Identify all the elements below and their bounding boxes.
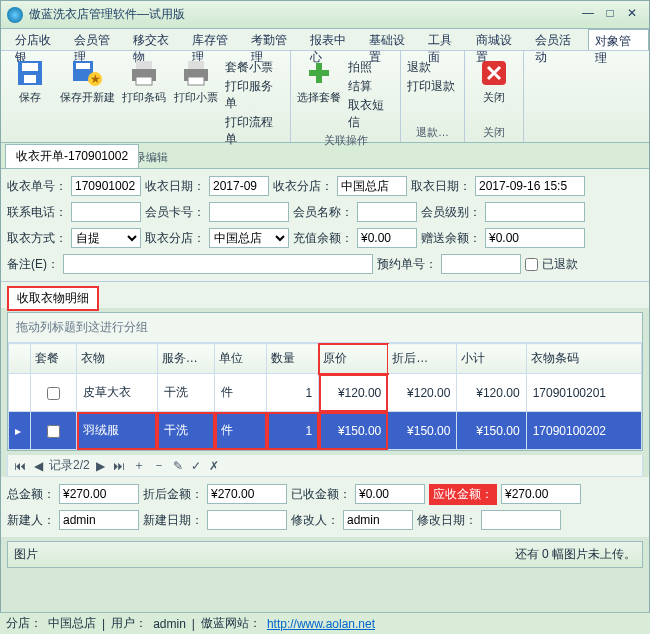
pager-add-button[interactable]: ＋ bbox=[131, 457, 147, 474]
menu-tab-9[interactable]: 会员活动 bbox=[529, 29, 588, 50]
row-pkg-checkbox[interactable] bbox=[47, 387, 60, 400]
print-barcode-button[interactable]: 打印条码 bbox=[122, 55, 167, 104]
table-row[interactable]: ▸ 羽绒服 干洗 件 1 ¥150.00 ¥150.00 ¥150.00 170… bbox=[9, 412, 642, 450]
menu-tab-3[interactable]: 库存管理 bbox=[186, 29, 245, 50]
print-ticket-button[interactable]: 打印小票 bbox=[173, 55, 218, 104]
grid-col-1[interactable]: 衣物 bbox=[77, 344, 158, 374]
disc-total-input[interactable] bbox=[207, 484, 287, 504]
close-window-button[interactable]: ✕ bbox=[621, 6, 643, 24]
detail-tab[interactable]: 收取衣物明细 bbox=[7, 286, 99, 311]
gift-balance-input[interactable] bbox=[485, 228, 585, 248]
member-name-input[interactable] bbox=[357, 202, 417, 222]
detail-grid: 拖动列标题到这进行分组 套餐衣物服务…单位数量原价折后…小计衣物条码 皮草大衣 … bbox=[7, 312, 643, 451]
card-no-label: 会员卡号： bbox=[145, 204, 205, 221]
svg-rect-8 bbox=[136, 61, 152, 69]
pick-date-input[interactable] bbox=[475, 176, 585, 196]
row-pkg-checkbox[interactable] bbox=[47, 425, 60, 438]
assoc-ops-links[interactable]: 拍照 结算 取衣短信 bbox=[348, 55, 394, 131]
pager-next-button[interactable]: ▶ bbox=[94, 459, 107, 473]
refunded-label: 已退款 bbox=[542, 256, 578, 273]
main-menu: 分店收银会员管理移交衣物库存管理考勤管理报表中心基础设置工具面商城设置会员活动对… bbox=[1, 29, 649, 51]
member-name-label: 会员名称： bbox=[293, 204, 353, 221]
grid-col-3[interactable]: 单位 bbox=[215, 344, 267, 374]
menu-tab-10[interactable]: 对象管理 bbox=[588, 29, 649, 50]
creator-input[interactable] bbox=[59, 510, 139, 530]
balance-label: 充值余额： bbox=[293, 230, 353, 247]
card-no-input[interactable] bbox=[209, 202, 289, 222]
grid-col-2[interactable]: 服务… bbox=[157, 344, 215, 374]
grid-header-row: 套餐衣物服务…单位数量原价折后…小计衣物条码 bbox=[9, 344, 642, 374]
grid-col-8[interactable]: 衣物条码 bbox=[526, 344, 641, 374]
save-icon bbox=[14, 57, 46, 89]
refunded-checkbox[interactable] bbox=[525, 258, 538, 271]
menu-tab-7[interactable]: 工具面 bbox=[422, 29, 469, 50]
pager-last-button[interactable]: ⏭ bbox=[111, 459, 127, 473]
branch-input[interactable] bbox=[337, 176, 407, 196]
branch-label: 收衣分店： bbox=[273, 178, 333, 195]
create-date-input[interactable] bbox=[207, 510, 287, 530]
refund-links[interactable]: 退款 打印退款 bbox=[407, 55, 455, 95]
save-button[interactable]: 保存 bbox=[7, 55, 52, 104]
status-bar: 分店： 中国总店 | 用户： admin | 傲蓝网站： http://www.… bbox=[0, 612, 650, 634]
order-no-input[interactable] bbox=[71, 176, 141, 196]
reserve-no-input[interactable] bbox=[441, 254, 521, 274]
phone-label: 联系电话： bbox=[7, 204, 67, 221]
grid-col-6[interactable]: 折后… bbox=[388, 344, 457, 374]
total-input[interactable] bbox=[59, 484, 139, 504]
picture-panel[interactable]: 图片 还有 0 幅图片未上传。 bbox=[7, 541, 643, 568]
pick-branch-select[interactable]: 中国总店 bbox=[209, 228, 289, 248]
svg-rect-9 bbox=[136, 77, 152, 85]
menu-tab-4[interactable]: 考勤管理 bbox=[245, 29, 304, 50]
balance-input[interactable] bbox=[357, 228, 417, 248]
close-button[interactable]: 关闭 bbox=[471, 55, 517, 104]
menu-tab-5[interactable]: 报表中心 bbox=[304, 29, 363, 50]
pager-edit-button[interactable]: ✎ bbox=[171, 459, 185, 473]
reserve-no-label: 预约单号： bbox=[377, 256, 437, 273]
due-input[interactable] bbox=[501, 484, 581, 504]
pager-text: 记录2/2 bbox=[49, 457, 90, 474]
pager-first-button[interactable]: ⏮ bbox=[12, 459, 28, 473]
grid-col-4[interactable]: 数量 bbox=[267, 344, 319, 374]
grid-col-7[interactable]: 小计 bbox=[457, 344, 526, 374]
ribbon-group-label: 关联操作 bbox=[297, 131, 394, 148]
select-package-button[interactable]: 选择套餐 bbox=[297, 55, 342, 104]
status-branch: 中国总店 bbox=[48, 615, 96, 632]
modifier-input[interactable] bbox=[343, 510, 413, 530]
pick-way-label: 取衣方式： bbox=[7, 230, 67, 247]
svg-rect-1 bbox=[22, 63, 38, 71]
menu-tab-1[interactable]: 会员管理 bbox=[68, 29, 127, 50]
minimize-button[interactable]: — bbox=[577, 6, 599, 24]
svg-rect-11 bbox=[188, 61, 204, 69]
save-and-new-button[interactable]: ★ 保存开新建 bbox=[58, 55, 115, 104]
pager-remove-button[interactable]: － bbox=[151, 457, 167, 474]
remark-input[interactable] bbox=[63, 254, 373, 274]
menu-tab-8[interactable]: 商城设置 bbox=[470, 29, 529, 50]
pager-check-button[interactable]: ✓ bbox=[189, 459, 203, 473]
status-user: admin bbox=[153, 617, 186, 631]
table-row[interactable]: 皮草大衣 干洗 件 1 ¥120.00 ¥120.00 ¥120.00 1709… bbox=[9, 374, 642, 412]
grid-col-5[interactable]: 原价 bbox=[319, 344, 388, 374]
menu-tab-0[interactable]: 分店收银 bbox=[9, 29, 68, 50]
member-level-label: 会员级别： bbox=[421, 204, 481, 221]
document-tab[interactable]: 收衣开单-170901002 bbox=[5, 144, 139, 168]
pager-prev-button[interactable]: ◀ bbox=[32, 459, 45, 473]
maximize-button[interactable]: □ bbox=[599, 6, 621, 24]
modify-date-input[interactable] bbox=[481, 510, 561, 530]
grid-col-0[interactable]: 套餐 bbox=[30, 344, 76, 374]
phone-input[interactable] bbox=[71, 202, 141, 222]
paid-input[interactable] bbox=[355, 484, 425, 504]
grid-group-hint: 拖动列标题到这进行分组 bbox=[8, 313, 642, 343]
menu-tab-2[interactable]: 移交衣物 bbox=[127, 29, 186, 50]
print-extra-links[interactable]: 套餐小票 打印服务单 打印流程单 bbox=[225, 55, 284, 148]
order-date-input[interactable] bbox=[209, 176, 269, 196]
pick-way-select[interactable]: 自提 bbox=[71, 228, 141, 248]
remark-label: 备注(E)： bbox=[7, 256, 59, 273]
member-level-input[interactable] bbox=[485, 202, 585, 222]
pager-cancel-button[interactable]: ✗ bbox=[207, 459, 221, 473]
picture-label: 图片 bbox=[14, 546, 38, 563]
status-site-link[interactable]: http://www.aolan.net bbox=[267, 617, 375, 631]
ribbon: 保存 ★ 保存开新建 打印条码 打印小票 套餐小票 打印服务单 打印流程单 记录… bbox=[1, 51, 649, 143]
svg-rect-12 bbox=[188, 77, 204, 85]
app-logo-icon bbox=[7, 7, 23, 23]
menu-tab-6[interactable]: 基础设置 bbox=[363, 29, 422, 50]
